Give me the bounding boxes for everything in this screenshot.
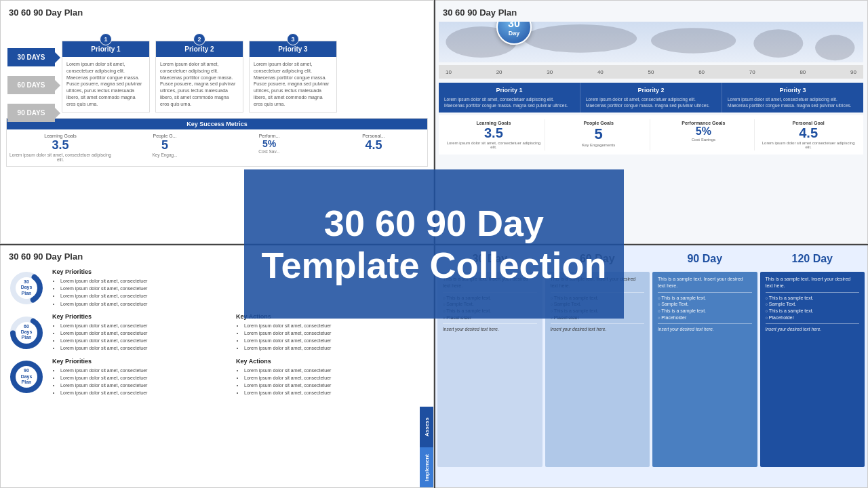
- svg-point-2: [651, 28, 736, 54]
- overlay-title: 30 60 90 Day Template Collection: [261, 202, 606, 286]
- q4-col-90: 90 Day This is a sample text. Insert you…: [652, 249, 757, 467]
- q4-60-divider2: [551, 323, 645, 324]
- q1-days-column: 30 DAYS 60 DAYS 90 DAYS: [7, 48, 55, 122]
- q1-metrics-section: Key Success Metrics Learning Goals 3.5 L…: [6, 118, 428, 167]
- 30-days-box: 30 DAYS: [7, 48, 55, 66]
- q3-actions-90-title: Key Actions: [236, 358, 413, 365]
- q3-priorities-60: Key Priorities Lorem ipsum dolor sit ame…: [52, 313, 229, 352]
- q3-actions-60-list: Lorem ipsum dolor sit amet, consectetuer…: [236, 322, 413, 352]
- 60-days-box: 60 DAYS: [7, 76, 55, 94]
- metric-learning-value: 3.5: [9, 138, 111, 152]
- q3-actions-60: Key Actions Lorem ipsum dolor sit amet, …: [236, 313, 413, 352]
- metric-personal-label: Personal...: [323, 134, 425, 138]
- priority-2-header: 2 Priority 2: [156, 41, 243, 57]
- q2-metrics-row: Learning Goals 3.5 Lorem ipsum dolor sit…: [439, 115, 863, 155]
- priority-2-body: Lorem ipsum dolor sit amet, consectetuer…: [156, 57, 243, 112]
- q3-priorities-60-list: Lorem ipsum dolor sit amet, consectetuer…: [52, 322, 229, 352]
- q2-people-value: 5: [551, 125, 647, 143]
- q2-priority-3-title: Priority 3: [728, 87, 858, 94]
- q3-priorities-90-list: Lorem ipsum dolor sit amet, consectetuer…: [52, 367, 229, 397]
- q3-actions-90-list: Lorem ipsum dolor sit amet, consectetuer…: [236, 367, 413, 397]
- q2-priority-1-text: Lorem ipsum dolor sit amet, consectetuer…: [444, 96, 574, 108]
- 90-days-box: 90 DAYS: [7, 104, 55, 122]
- priority-1-header: 1 Priority 1: [62, 41, 149, 57]
- q4-card-90-top: This is a sample text. Insert your desir…: [652, 272, 757, 467]
- q4-30-bottom: Insert your desired text here.: [443, 326, 537, 332]
- q4-120-list: This is a sample text. Sample Text. This…: [766, 295, 860, 321]
- q4-60-bottom: Insert your desired text here.: [551, 326, 645, 332]
- metric-people-sub: Key Engag...: [114, 152, 216, 157]
- q2-map-area: 30 Day: [439, 22, 863, 62]
- priority-1-body: Lorem ipsum dolor sit amet, consectetuer…: [62, 57, 149, 112]
- metric-perf-sub: Cost Sav...: [218, 149, 320, 154]
- q4-card-120-top: This is a sample text. Insert your desir…: [760, 272, 865, 467]
- q1-priorities-row: 1 Priority 1 Lorem ipsum dolor sit amet,…: [62, 41, 433, 113]
- q4-120-divider: [766, 292, 860, 293]
- priority-card-3: 3 Priority 3 Lorem ipsum dolor sit amet,…: [249, 41, 337, 113]
- metric-personal: Personal... 4.5: [323, 134, 425, 162]
- priority-3-body: Lorem ipsum dolor sit amet, consectetuer…: [250, 57, 336, 112]
- q2-people-label: People Goals: [551, 121, 647, 125]
- q2-priority-1-title: Priority 1: [444, 87, 574, 94]
- q4-120-divider2: [766, 323, 860, 324]
- q2-metric-learning: Learning Goals 3.5 Lorem ipsum dolor sit…: [443, 119, 545, 150]
- q2-ruler: 10 20 30 40 50 60 70 80 90: [439, 65, 863, 79]
- q2-metric-people: People Goals 5 Key Engagements: [548, 119, 650, 150]
- q4-90-divider2: [658, 323, 752, 324]
- q4-90-divider: [658, 292, 752, 293]
- q1-metrics-title: Key Success Metrics: [7, 119, 427, 129]
- q2-learning-label: Learning Goals: [446, 121, 542, 125]
- q2-priority-2-title: Priority 2: [586, 87, 716, 94]
- svg-point-1: [524, 24, 637, 53]
- q4-90-list: This is a sample text. Sample Text. This…: [658, 295, 752, 321]
- metric-learning-label: Learning Goals: [9, 134, 111, 138]
- q2-personal-label: Personal Goal: [760, 121, 856, 125]
- priority-card-2: 2 Priority 2 Lorem ipsum dolor sit amet,…: [155, 41, 243, 113]
- center-title-overlay: 30 60 90 Day Template Collection: [244, 169, 624, 319]
- q2-priorities-row: Priority 1 Lorem ipsum dolor sit amet, c…: [439, 83, 863, 113]
- q2-metric-personal: Personal Goal 4.5 Lorem ipsum dolor sit …: [757, 119, 859, 150]
- svg-point-4: [815, 35, 854, 61]
- metric-learning-sub: Lorem ipsum dolor sit amet, consectetuer…: [9, 152, 111, 162]
- q2-metric-performance: Performance Goals 5% Cost Savings: [653, 119, 755, 150]
- q3-actions-90: Key Actions Lorem ipsum dolor sit amet, …: [236, 358, 413, 397]
- priority-1-badge: 1: [100, 33, 112, 45]
- priority-2-badge: 2: [193, 33, 205, 45]
- q4-90-bottom: Insert your desired text here.: [658, 326, 752, 332]
- q3-donut-90: 90DaysPlan: [7, 358, 45, 396]
- assess-badge: Assess: [420, 407, 433, 447]
- svg-point-3: [753, 29, 803, 58]
- q4-30-divider2: [443, 323, 537, 324]
- q1-title: 30 60 90 Day Plan: [1, 1, 433, 22]
- q2-priority-1-col: Priority 1 Lorem ipsum dolor sit amet, c…: [439, 83, 580, 113]
- metric-people-label: People G...: [114, 134, 216, 138]
- q2-priority-2-text: Lorem ipsum dolor sit amet, consectetuer…: [586, 96, 716, 108]
- q2-learning-sub: Lorem ipsum dolor sit amet, consectetuer…: [446, 141, 542, 149]
- priority-3-badge: 3: [287, 33, 299, 45]
- q4-120-bottom: Insert your desired text here.: [766, 326, 860, 332]
- q2-personal-value: 4.5: [760, 125, 856, 141]
- badge-30: 30: [508, 22, 520, 30]
- q2-priority-2-col: Priority 2 Lorem ipsum dolor sit amet, c…: [580, 83, 722, 113]
- q3-priorities-60-title: Key Priorities: [52, 313, 229, 320]
- metric-perf-value: 5%: [218, 138, 320, 149]
- q2-ruler-marks: 10 20 30 40 50 60 70 80 90: [446, 69, 856, 75]
- q2-perf-value: 5%: [656, 125, 752, 138]
- q3-content-90: Key Priorities Lorem ipsum dolor sit ame…: [52, 358, 413, 397]
- q3-donut-30: 30DaysPlan: [7, 269, 45, 307]
- q4-header-90: 90 Day: [652, 249, 757, 268]
- q2-people-sub: Key Engagements: [551, 143, 647, 147]
- q3-content-60: Key Priorities Lorem ipsum dolor sit ame…: [52, 313, 413, 352]
- q2-learning-value: 3.5: [446, 125, 542, 141]
- q3-priorities-90: Key Priorities Lorem ipsum dolor sit ame…: [52, 358, 229, 397]
- metric-people-value: 5: [114, 138, 216, 152]
- q3-donut-60: 60DaysPlan: [7, 314, 45, 352]
- q1-metrics-row: Learning Goals 3.5 Lorem ipsum dolor sit…: [7, 129, 427, 166]
- q2-priority-3-text: Lorem ipsum dolor sit amet, consectetuer…: [728, 96, 858, 108]
- implement-badge: Implement: [420, 447, 433, 488]
- badge-day: Day: [509, 30, 520, 37]
- metric-personal-value: 4.5: [323, 138, 425, 152]
- q4-90-top-text: This is a sample text. Insert your desir…: [658, 276, 752, 289]
- q2-title: 30 60 90 Day Plan: [435, 1, 867, 22]
- q4-120-top-text: This is a sample text. Insert your desir…: [766, 276, 860, 289]
